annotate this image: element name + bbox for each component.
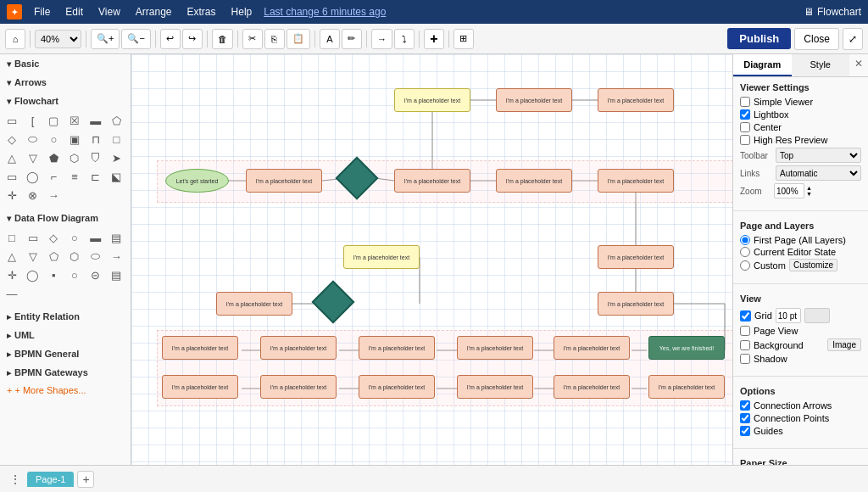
shape-plain-rect[interactable]: □ — [108, 131, 125, 148]
df-wide[interactable]: ▬ — [87, 229, 104, 246]
menu-arrange[interactable]: Arrange — [129, 3, 179, 20]
current-editor-radio[interactable] — [740, 247, 750, 257]
page-view-checkbox[interactable] — [740, 326, 750, 336]
shape-crossed-circle[interactable]: ⊗ — [25, 187, 42, 204]
shape-memo[interactable]: ⌐ — [45, 168, 62, 185]
shape-dbl-line[interactable]: ≡ — [66, 168, 83, 185]
style-button[interactable]: ✏ — [342, 29, 362, 49]
df-dark-cyl[interactable]: ▤ — [108, 266, 125, 283]
grid-pt-input[interactable] — [776, 308, 801, 323]
menu-edit[interactable]: Edit — [58, 3, 90, 20]
shape-shield[interactable]: ⛉ — [87, 149, 104, 166]
shape-arrow-right[interactable]: → — [45, 187, 62, 204]
node-n2[interactable]: I'm a placeholder text — [496, 88, 572, 112]
df-bar[interactable]: ▤ — [108, 229, 125, 246]
shape-circle[interactable]: ○ — [45, 131, 62, 148]
arrow-button[interactable]: → — [371, 29, 392, 49]
links-select[interactable]: AutomaticNew TabSame Tab — [776, 165, 861, 181]
grid-checkbox[interactable] — [740, 310, 751, 321]
shape-tab[interactable]: ⊓ — [87, 131, 104, 148]
shape-oval[interactable]: ⬭ — [25, 131, 42, 148]
zoom-in-button[interactable]: 🔍+ — [91, 29, 120, 49]
df-cylinder[interactable]: ⊝ — [87, 266, 104, 283]
shape-diamond[interactable]: ◇ — [3, 131, 20, 148]
tab-style[interactable]: Style — [792, 54, 850, 76]
guides-checkbox[interactable] — [740, 426, 750, 436]
zoom-input[interactable] — [774, 183, 804, 198]
sidebar-section-bpmn-gw[interactable]: BPMN Gateways — [0, 363, 131, 382]
last-change-link[interactable]: Last change 6 minutes ago — [264, 6, 386, 18]
df-oval[interactable]: ⬭ — [87, 248, 104, 265]
zoom-spinners[interactable]: ▲▼ — [806, 185, 812, 197]
shape-angled[interactable]: ⬠ — [108, 112, 125, 129]
node-n26[interactable]: I'm a placeholder text — [648, 375, 725, 399]
redo-button[interactable]: ↪ — [182, 29, 203, 49]
df-line[interactable]: — — [3, 285, 20, 302]
undo-button[interactable]: ↩ — [160, 29, 181, 49]
node-n1[interactable]: I'm a placeholder text — [394, 88, 470, 112]
menu-help[interactable]: Help — [225, 3, 259, 20]
node-n5[interactable]: I'm a placeholder text — [246, 169, 322, 193]
shape-cross[interactable]: ✛ — [3, 187, 20, 204]
shape-rounded-2[interactable]: ▭ — [3, 168, 20, 185]
publish-button[interactable]: Publish — [727, 28, 791, 49]
node-n9[interactable]: I'm a placeholder text — [598, 169, 674, 193]
custom-radio[interactable] — [740, 260, 750, 271]
sidebar-section-basic[interactable]: Basic — [0, 54, 131, 73]
df-diamond[interactable]: ◇ — [45, 229, 62, 246]
sidebar-section-flowchart[interactable]: Flowchart — [0, 92, 131, 110]
node-n17[interactable]: I'm a placeholder text — [359, 336, 435, 360]
image-button[interactable]: Image — [827, 338, 861, 351]
node-n8[interactable]: I'm a placeholder text — [496, 169, 572, 193]
df-rounded[interactable]: ▭ — [25, 229, 42, 246]
shape-pentagon[interactable]: ⬟ — [45, 149, 62, 166]
df-rect[interactable]: □ — [3, 229, 20, 246]
shape-delay[interactable]: ⊏ — [87, 168, 104, 185]
shape-triangle-up[interactable]: △ — [3, 149, 20, 166]
node-n25[interactable]: I'm a placeholder text — [554, 375, 630, 399]
shape-triangle-down[interactable]: ▽ — [25, 149, 42, 166]
home-button[interactable]: ⌂ — [5, 29, 25, 49]
highres-checkbox[interactable] — [740, 135, 750, 145]
bottom-menu-button[interactable]: ⋮ — [7, 471, 24, 488]
node-n23[interactable]: I'm a placeholder text — [359, 375, 435, 399]
shadow-checkbox[interactable] — [740, 354, 750, 364]
shape-ellipse[interactable]: ◯ — [25, 168, 42, 185]
menu-view[interactable]: View — [92, 3, 127, 20]
close-button[interactable]: Close — [794, 28, 839, 50]
sidebar-section-bpmn-gen[interactable]: BPMN General — [0, 344, 131, 363]
simple-viewer-checkbox[interactable] — [740, 97, 750, 107]
more-shapes-link[interactable]: + + More Shapes... — [0, 382, 131, 399]
sidebar-section-entity[interactable]: Entity Relation — [0, 307, 131, 326]
node-n7[interactable]: I'm a placeholder text — [394, 169, 470, 193]
table-button[interactable]: ⊞ — [453, 29, 474, 49]
shape-hexagon[interactable]: ⬡ — [66, 149, 83, 166]
node-n21[interactable]: I'm a placeholder text — [162, 375, 238, 399]
node-n19[interactable]: I'm a placeholder text — [554, 336, 630, 360]
node-n15[interactable]: I'm a placeholder text — [162, 336, 238, 360]
waypoint-button[interactable]: ⤵ — [394, 29, 415, 49]
shape-x[interactable]: ☒ — [66, 112, 83, 129]
background-checkbox[interactable] — [740, 340, 750, 350]
menu-file[interactable]: File — [27, 3, 57, 20]
df-angled[interactable]: ⬠ — [45, 248, 62, 265]
panel-close-button[interactable]: ✕ — [849, 54, 868, 76]
fullscreen-button[interactable]: ⤢ — [843, 28, 863, 50]
paste-button[interactable]: 📋 — [287, 29, 310, 49]
toolbar-select[interactable]: TopBottomLeftRight — [776, 148, 861, 163]
zoom-select[interactable]: 40%50%75%100% — [35, 30, 81, 48]
node-n12[interactable]: I'm a placeholder text — [216, 292, 292, 316]
shape-rect[interactable]: ▭ — [3, 112, 20, 129]
node-n11[interactable]: I'm a placeholder text — [598, 245, 674, 269]
grid-color-swatch[interactable] — [804, 308, 830, 323]
shape-rounded[interactable]: ▢ — [45, 112, 62, 129]
lightbox-checkbox[interactable] — [740, 109, 750, 120]
node-diamond2[interactable] — [312, 281, 355, 324]
insert-button[interactable]: + — [424, 29, 444, 49]
menu-extras[interactable]: Extras — [181, 3, 223, 20]
node-n10[interactable]: I'm a placeholder text — [343, 245, 420, 269]
shape-arrow-r[interactable]: ➤ — [108, 149, 125, 166]
shape-dbl-rect[interactable]: ▣ — [66, 131, 83, 148]
sidebar-section-data-flow[interactable]: Data Flow Diagram — [0, 209, 131, 227]
df-big-circ[interactable]: ○ — [66, 266, 83, 283]
